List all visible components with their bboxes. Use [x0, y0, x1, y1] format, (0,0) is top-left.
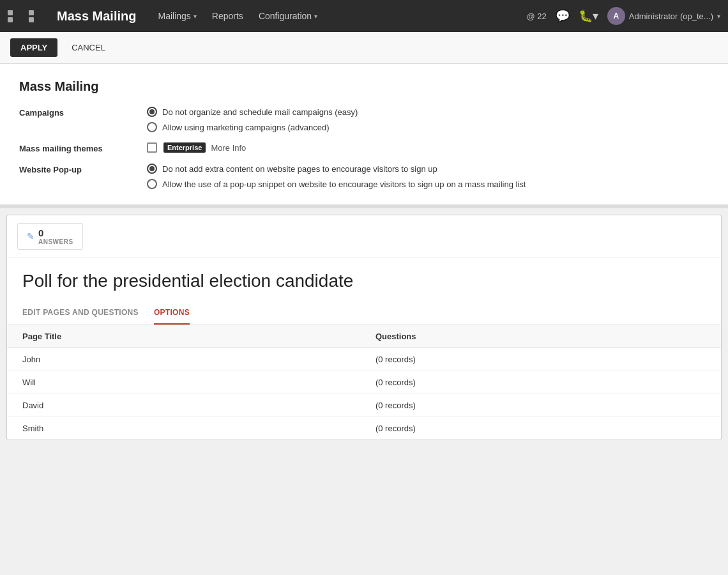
more-info-link[interactable]: More Info	[211, 143, 246, 153]
row-page-2: Will	[7, 371, 360, 394]
app-logo: Mass Mailing	[57, 9, 136, 24]
top-navigation: Mass Mailing Mailings ▾ Reports Configur…	[0, 0, 728, 32]
poll-title: Poll for the presidential election candi…	[7, 258, 721, 302]
settings-form: Campaigns Do not organize and schedule m…	[19, 107, 709, 189]
edit-icon: ✎	[27, 231, 34, 241]
campaigns-label: Campaigns	[19, 107, 147, 118]
app-grid-icon[interactable]	[8, 10, 48, 22]
themes-label: Mass mailing themes	[19, 142, 147, 153]
popup-option-1[interactable]: Do not add extra content on website page…	[147, 164, 709, 174]
row-page-4: Smith	[7, 417, 360, 440]
themes-checkbox[interactable]	[147, 142, 157, 153]
campaigns-options: Do not organize and schedule mail campai…	[147, 107, 709, 132]
chat-icon[interactable]: 💬	[556, 9, 570, 23]
row-questions-3: (0 records)	[360, 394, 721, 417]
apply-button[interactable]: APPLY	[10, 38, 57, 57]
user-menu[interactable]: A Administrator (op_te...) ▾	[607, 7, 720, 25]
table-row: Will (0 records)	[7, 371, 721, 394]
mailings-chevron-icon: ▾	[193, 13, 197, 20]
row-questions-4: (0 records)	[360, 417, 721, 440]
row-page-3: David	[7, 394, 360, 417]
themes-options: Enterprise More Info	[147, 142, 709, 153]
page-title: Mass Mailing	[19, 79, 709, 94]
cancel-button[interactable]: CANCEL	[64, 38, 113, 57]
row-page-1: John	[7, 348, 360, 371]
answers-tab-bar: ✎ 0 ANSWERS	[7, 215, 721, 258]
enterprise-badge: Enterprise	[163, 142, 206, 153]
user-chevron-icon: ▾	[717, 13, 720, 20]
topnav-right-section: @ 22 💬 🐛▾ A Administrator (op_te...) ▾	[527, 7, 721, 25]
nav-reports[interactable]: Reports	[206, 7, 250, 25]
poll-table-body: John (0 records) Will (0 records) David …	[7, 348, 721, 440]
answers-count: 0	[38, 227, 73, 238]
campaign-radio-1[interactable]	[147, 107, 157, 117]
col-questions: Questions	[360, 325, 721, 348]
table-row: John (0 records)	[7, 348, 721, 371]
popup-radio-2[interactable]	[147, 179, 157, 189]
notification-count[interactable]: @ 22	[527, 12, 547, 21]
answers-info: 0 ANSWERS	[38, 227, 73, 245]
poll-table: Page Title Questions John (0 records) Wi…	[7, 325, 721, 440]
poll-tabs: EDIT PAGES AND QUESTIONS OPTIONS	[7, 302, 721, 325]
campaign-option-2[interactable]: Allow using marketing campaigns (advance…	[147, 122, 709, 132]
user-label: Administrator (op_te...)	[629, 12, 713, 21]
popup-label: Website Pop-up	[19, 164, 147, 174]
themes-checkbox-option[interactable]: Enterprise More Info	[147, 142, 709, 153]
main-menu: Mailings ▾ Reports Configuration ▾	[151, 7, 526, 25]
nav-mailings[interactable]: Mailings ▾	[151, 7, 202, 25]
popup-radio-1[interactable]	[147, 164, 157, 174]
lower-panel: ✎ 0 ANSWERS Poll for the presidential el…	[6, 215, 722, 440]
tab-options[interactable]: OPTIONS	[154, 302, 190, 325]
tab-edit-pages[interactable]: EDIT PAGES AND QUESTIONS	[22, 302, 139, 325]
row-questions-1: (0 records)	[360, 348, 721, 371]
user-avatar: A	[607, 7, 625, 25]
bug-icon[interactable]: 🐛▾	[579, 9, 598, 23]
campaign-option-1[interactable]: Do not organize and schedule mail campai…	[147, 107, 709, 117]
col-page-title: Page Title	[7, 325, 360, 348]
settings-panel: Mass Mailing Campaigns Do not organize a…	[0, 64, 728, 208]
answers-label: ANSWERS	[38, 238, 73, 245]
popup-option-2[interactable]: Allow the use of a pop-up snippet on web…	[147, 179, 709, 189]
action-bar: APPLY CANCEL	[0, 32, 728, 64]
nav-configuration[interactable]: Configuration ▾	[252, 7, 324, 25]
popup-options: Do not add extra content on website page…	[147, 164, 709, 189]
campaign-radio-2[interactable]	[147, 122, 157, 132]
configuration-chevron-icon: ▾	[314, 13, 317, 20]
poll-table-header: Page Title Questions	[7, 325, 721, 348]
table-row: David (0 records)	[7, 394, 721, 417]
answers-tab[interactable]: ✎ 0 ANSWERS	[17, 223, 83, 250]
row-questions-2: (0 records)	[360, 371, 721, 394]
table-row: Smith (0 records)	[7, 417, 721, 440]
